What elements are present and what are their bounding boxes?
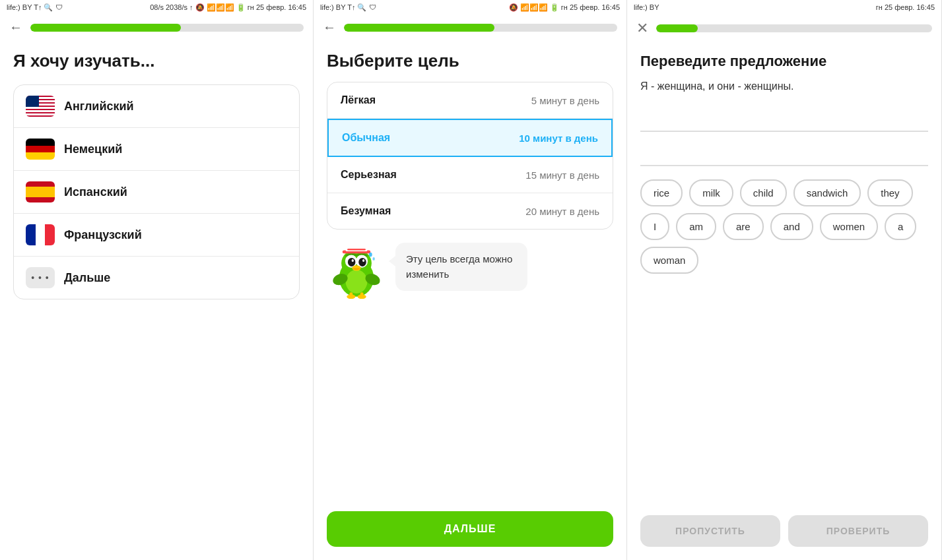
language-item-english[interactable]: Английский [14, 85, 299, 128]
status-brand-3: life:) BY [634, 3, 659, 11]
language-label-english: Английский [64, 100, 134, 113]
word-chip-child[interactable]: child [740, 179, 787, 206]
language-item-german[interactable]: Немецкий [14, 128, 299, 171]
panel2-content: Выберите цель Лёгкая 5 минут в день Обыч… [314, 40, 626, 501]
word-chip-they[interactable]: they [867, 179, 912, 206]
progress-fill-2 [344, 24, 494, 32]
language-label-german: Немецкий [64, 142, 122, 156]
flag-english [26, 96, 55, 117]
word-chip-woman[interactable]: woman [640, 247, 698, 274]
flag-german [26, 139, 55, 160]
panel-goal-selection: life:) BY T↑ 🔍 🛡 🔕 📶📶📶 🔋 гн 25 февр. 16:… [314, 0, 627, 560]
svg-point-8 [358, 258, 366, 266]
answer-area-line1 [640, 106, 928, 132]
language-item-french[interactable]: Французский [14, 214, 299, 257]
svg-rect-18 [360, 292, 364, 297]
panel2-title: Выберите цель [327, 51, 613, 71]
word-chip-a[interactable]: a [885, 213, 916, 240]
language-label-more: Дальше [64, 271, 110, 285]
close-button[interactable]: ✕ [636, 20, 648, 37]
progress-bar-3 [656, 24, 932, 32]
panel3-content: Переведите предложение Я - женщина, и он… [627, 42, 941, 505]
word-chip-rice[interactable]: rice [640, 179, 683, 206]
goal-name-crazy: Безумная [341, 205, 391, 217]
panel3-bottom-actions: ПРОПУСТИТЬ ПРОВЕРИТЬ [627, 505, 941, 560]
flag-spanish [26, 181, 55, 202]
language-item-more[interactable]: • • • Дальше [14, 257, 299, 299]
word-chip-i[interactable]: I [640, 213, 669, 240]
word-chip-am[interactable]: am [676, 213, 716, 240]
next-button-panel2[interactable]: ДАЛЬШЕ [327, 511, 613, 547]
status-right-3: гн 25 февр. 16:45 [876, 3, 935, 11]
mascot-icon [327, 243, 386, 302]
status-right-2: 🔕 📶📶📶 🔋 гн 25 февр. 16:45 [509, 3, 620, 12]
goal-time-easy: 5 минут в день [531, 95, 599, 106]
svg-point-9 [352, 259, 354, 262]
top-bar-1: ← [0, 15, 313, 40]
language-item-spanish[interactable]: Испанский [14, 171, 299, 214]
progress-bar-2 [344, 24, 617, 32]
status-bar-3: life:) BY гн 25 февр. 16:45 [627, 0, 941, 15]
svg-point-20 [373, 257, 375, 261]
word-chip-women[interactable]: women [820, 213, 878, 240]
progress-fill-3 [656, 24, 698, 32]
word-bank: rice milk child sandwich they I am are a… [640, 179, 928, 274]
speech-bubble: Эту цель всегда можно изменить [395, 243, 527, 291]
status-left-1: life:) BY T↑ 🔍 🛡 [7, 3, 63, 12]
skip-button[interactable]: ПРОПУСТИТЬ [640, 515, 780, 547]
status-bar-1: life:) BY T↑ 🔍 🛡 08/s 2038/s ↑ 🔕 📶📶📶 🔋 г… [0, 0, 313, 15]
goal-item-easy[interactable]: Лёгкая 5 минут в день [327, 82, 613, 119]
language-list: Английский Немецкий Испанский Французски… [13, 84, 300, 299]
back-button-2[interactable]: ← [323, 20, 336, 35]
status-right-1: 08/s 2038/s ↑ 🔕 📶📶📶 🔋 гн 25 февр. 16:45 [150, 3, 306, 12]
svg-point-2 [346, 270, 368, 294]
goal-name-normal: Обычная [342, 132, 390, 144]
goal-name-serious: Серьезная [341, 169, 397, 181]
svg-point-19 [369, 253, 372, 257]
panel1-content: Я хочу изучать... Английский Немецкий Ис… [0, 40, 313, 560]
goal-time-serious: 15 минут в день [525, 170, 599, 181]
goal-name-easy: Лёгкая [341, 94, 376, 106]
speech-text: Эту цель всегда можно изменить [406, 253, 512, 280]
goal-item-normal[interactable]: Обычная 10 минут в день [327, 119, 613, 157]
goal-item-serious[interactable]: Серьезная 15 минут в день [327, 157, 613, 193]
sentence-display: Я - женщина, и они - женщины. [640, 80, 928, 92]
mascot-area: Эту цель всегда можно изменить [327, 243, 613, 302]
progress-bar-1 [30, 24, 304, 32]
back-button-1[interactable]: ← [9, 20, 22, 35]
flag-more: • • • [26, 267, 55, 288]
panel-language-selection: life:) BY T↑ 🔍 🛡 08/s 2038/s ↑ 🔕 📶📶📶 🔋 г… [0, 0, 314, 560]
progress-fill-1 [30, 24, 181, 32]
goal-list: Лёгкая 5 минут в день Обычная 10 минут в… [327, 82, 613, 230]
goal-time-normal: 10 минут в день [519, 133, 598, 144]
answer-area-line2 [640, 140, 928, 166]
top-bar-3: ✕ [627, 15, 941, 42]
exercise-title: Переведите предложение [640, 53, 928, 70]
panel-translation-exercise: life:) BY гн 25 февр. 16:45 ✕ Переведите… [627, 0, 942, 560]
word-chip-are[interactable]: are [723, 213, 764, 240]
word-chip-milk[interactable]: milk [689, 179, 733, 206]
status-left-2: life:) BY T↑ 🔍 🛡 [320, 3, 376, 12]
panel2-bottom: ДАЛЬШЕ [314, 501, 626, 560]
goal-item-crazy[interactable]: Безумная 20 минут в день [327, 193, 613, 229]
check-button[interactable]: ПРОВЕРИТЬ [788, 515, 928, 547]
word-chip-and[interactable]: and [770, 213, 813, 240]
language-label-french: Французский [64, 228, 142, 242]
top-bar-2: ← [314, 15, 626, 40]
svg-rect-17 [349, 292, 353, 297]
flag-french [26, 224, 55, 245]
word-chip-sandwich[interactable]: sandwich [793, 179, 861, 206]
status-bar-2: life:) BY T↑ 🔍 🛡 🔕 📶📶📶 🔋 гн 25 февр. 16:… [314, 0, 626, 15]
svg-rect-14 [347, 249, 366, 250]
svg-point-7 [348, 258, 355, 266]
svg-point-10 [362, 259, 364, 262]
language-label-spanish: Испанский [64, 185, 127, 199]
goal-time-crazy: 20 минут в день [525, 206, 599, 217]
panel1-title: Я хочу изучать... [13, 51, 300, 71]
